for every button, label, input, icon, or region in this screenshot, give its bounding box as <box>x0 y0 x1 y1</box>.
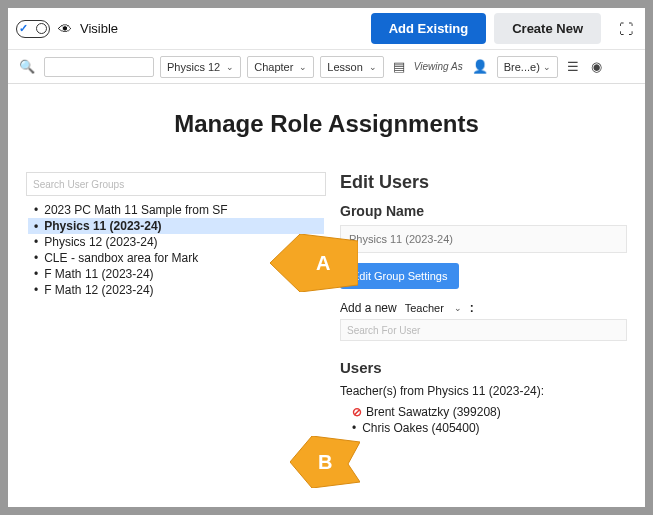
user-name: Brent Sawatzky (399208) <box>366 405 501 419</box>
chevron-down-icon: ⌄ <box>543 62 551 72</box>
top-toolbar: ✓ 👁 Visible Add Existing Create New ⛶ <box>8 8 645 50</box>
user-dropdown[interactable]: Bre...e) ⌄ <box>497 56 558 78</box>
lesson-dropdown[interactable]: Lesson ⌄ <box>320 56 383 78</box>
role-value: Teacher <box>405 302 444 314</box>
role-dropdown[interactable]: Teacher ⌄ <box>405 302 462 314</box>
callout-a: A <box>270 234 358 292</box>
add-new-label: Add a new <box>340 301 397 315</box>
user-icon: 👤 <box>469 59 491 74</box>
chevron-down-icon: ⌄ <box>369 62 377 72</box>
search-input[interactable] <box>44 57 154 77</box>
callout-b: B <box>290 436 360 488</box>
accessibility-icon[interactable]: ◉ <box>588 59 605 74</box>
groups-panel: 2023 PC Math 11 Sample from SFPhysics 11… <box>26 172 326 436</box>
user-name: Bre...e) <box>504 61 540 73</box>
course-label: Physics 12 <box>167 61 220 73</box>
fullscreen-icon[interactable]: ⛶ <box>615 18 637 40</box>
page-title: Manage Role Assignments <box>26 110 627 138</box>
remove-user-icon[interactable]: ⊘ <box>352 405 362 419</box>
course-dropdown[interactable]: Physics 12 ⌄ <box>160 56 241 78</box>
create-new-button[interactable]: Create New <box>494 13 601 44</box>
page-icon[interactable]: ▤ <box>390 59 408 74</box>
colon: : <box>470 301 474 315</box>
group-name-input[interactable] <box>340 225 627 253</box>
teachers-from-label: Teacher(s) from Physics 11 (2023-24): <box>340 384 627 398</box>
chevron-down-icon: ⌄ <box>299 62 307 72</box>
visibility-label: Visible <box>80 21 118 36</box>
chapter-label: Chapter <box>254 61 293 73</box>
add-existing-button[interactable]: Add Existing <box>371 13 486 44</box>
group-name-label: Group Name <box>340 203 627 219</box>
viewing-as-label: Viewing As <box>414 61 463 72</box>
group-item[interactable]: Physics 11 (2023-24) <box>28 218 324 234</box>
chevron-down-icon: ⌄ <box>454 303 462 313</box>
user-item: ⊘Brent Sawatzky (399208) <box>352 404 627 420</box>
user-search-input[interactable] <box>340 319 627 341</box>
visibility-toggle[interactable]: ✓ <box>16 20 50 38</box>
group-item[interactable]: 2023 PC Math 11 Sample from SF <box>28 202 324 218</box>
menu-icon[interactable]: ☰ <box>564 59 582 74</box>
groups-search-input[interactable] <box>26 172 326 196</box>
secondary-toolbar: 🔍 Physics 12 ⌄ Chapter ⌄ Lesson ⌄ ▤ View… <box>8 50 645 84</box>
edit-users-panel: Edit Users Group Name Edit Group Setting… <box>340 172 627 436</box>
user-name: Chris Oakes (405400) <box>362 421 479 435</box>
chapter-dropdown[interactable]: Chapter ⌄ <box>247 56 314 78</box>
svg-marker-0 <box>270 234 358 292</box>
edit-users-header: Edit Users <box>340 172 627 193</box>
users-header: Users <box>340 359 627 376</box>
eye-icon: 👁 <box>58 21 72 37</box>
chevron-down-icon: ⌄ <box>226 62 234 72</box>
user-list: ⊘Brent Sawatzky (399208)•Chris Oakes (40… <box>340 404 627 436</box>
search-icon[interactable]: 🔍 <box>16 59 38 74</box>
lesson-label: Lesson <box>327 61 362 73</box>
user-item: •Chris Oakes (405400) <box>352 420 627 436</box>
